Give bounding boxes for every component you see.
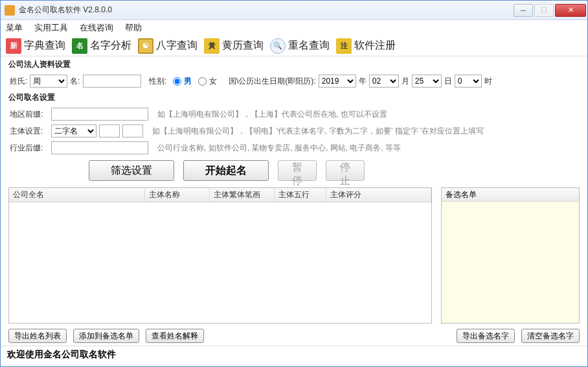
filter-button[interactable]: 筛选设置	[89, 160, 174, 181]
col-wuxing[interactable]: 主体五行	[275, 188, 326, 202]
tool-register[interactable]: 注软件注册	[336, 38, 396, 54]
menu-item[interactable]: 实用工具	[34, 22, 68, 34]
menu-item[interactable]: 帮助	[125, 22, 142, 34]
suffix-label: 行业后缀:	[10, 143, 49, 154]
body-char1-input[interactable]	[99, 124, 120, 137]
register-icon: 注	[336, 38, 352, 54]
app-icon	[5, 5, 15, 16]
givenname-label: 名:	[70, 76, 80, 87]
menu-item[interactable]: 在线咨询	[80, 22, 113, 34]
export-list-button[interactable]: 导出姓名列表	[8, 329, 67, 343]
export-candidates-button[interactable]: 导出备选名字	[457, 329, 515, 343]
app-window: 金名公司取名软件 V2.8.0.0 ─ ☐ ✕ 菜单 实用工具 在线咨询 帮助 …	[0, 0, 588, 367]
prefix-hint: 如【上海明电有限公司】，【上海】代表公司所在地, 也可以不设置	[157, 109, 387, 120]
calendar-icon: 黃	[204, 38, 220, 54]
start-button[interactable]: 开始起名	[183, 160, 269, 181]
prefix-input[interactable]	[51, 108, 148, 121]
male-label: 男	[184, 76, 192, 87]
dictionary-icon: 新	[6, 38, 21, 54]
day-select[interactable]: 25	[412, 75, 442, 88]
gender-female-radio[interactable]	[198, 77, 207, 86]
tool-huangli[interactable]: 黃黄历查询	[204, 38, 264, 54]
stop-button[interactable]: 停止	[326, 160, 365, 181]
col-fullname[interactable]: 公司全名	[9, 188, 145, 202]
tool-name-analysis[interactable]: 名名字分析	[72, 38, 131, 54]
search-icon: 🔍	[270, 38, 286, 54]
body-char2-input[interactable]	[122, 124, 143, 137]
tool-bazi[interactable]: ☯八字查询	[138, 38, 198, 54]
prefix-label: 地区前缀:	[10, 109, 49, 120]
pause-button[interactable]: 暂停	[278, 160, 317, 181]
candidates-list[interactable]	[441, 202, 580, 324]
naming-group-title: 公司取名设置	[8, 92, 580, 103]
suffix-input[interactable]	[51, 141, 148, 154]
month-select[interactable]: 02	[369, 75, 399, 88]
hour-select[interactable]: 0	[455, 75, 482, 88]
gender-label: 性别:	[149, 76, 166, 87]
maximize-button[interactable]: ☐	[534, 4, 554, 17]
body-hint: 如【上海明电有限公司】，【明电】'代表主体名字, 字数为二字，如要' 指定字 '…	[152, 126, 484, 137]
statusbar: 欢迎使用金名公司取名软件	[1, 346, 587, 363]
legal-group-title: 公司法人资料设置	[8, 59, 580, 70]
surname-label: 姓氏:	[10, 76, 27, 87]
gender-male-radio[interactable]	[173, 77, 181, 86]
col-strokes[interactable]: 主体繁体笔画	[210, 188, 275, 202]
add-candidate-button[interactable]: 添加到备选名单	[73, 329, 139, 343]
titlebar: 金名公司取名软件 V2.8.0.0 ─ ☐ ✕	[1, 1, 587, 20]
bagua-icon: ☯	[138, 38, 153, 54]
body-label: 主体设置:	[10, 126, 49, 137]
menubar: 菜单 实用工具 在线咨询 帮助	[1, 20, 587, 36]
tool-dictionary[interactable]: 新字典查询	[6, 38, 65, 54]
tool-repeat-name[interactable]: 🔍重名查询	[270, 38, 330, 54]
menu-item[interactable]: 菜单	[6, 22, 23, 34]
name-icon: 名	[72, 38, 87, 54]
female-label: 女	[209, 76, 217, 87]
birth-label: 国\公历出生日期(即阳历):	[229, 76, 316, 87]
surname-select[interactable]: 周	[30, 75, 67, 88]
window-title: 金名公司取名软件 V2.8.0.0	[19, 5, 514, 16]
givenname-input[interactable]	[83, 75, 141, 88]
clear-candidates-button[interactable]: 清空备选名字	[521, 329, 580, 343]
col-score[interactable]: 主体评分	[326, 188, 431, 202]
view-meaning-button[interactable]: 查看姓名解释	[146, 329, 204, 343]
col-bodyname[interactable]: 主体名称	[145, 188, 210, 202]
suffix-hint: 公司行业名称, 如软件公司, 某物专卖店, 服务中心, 网站, 电子商务, 等等	[157, 143, 401, 154]
year-select[interactable]: 2019	[319, 75, 356, 88]
close-button[interactable]: ✕	[555, 4, 586, 17]
results-table[interactable]: 公司全名 主体名称 主体繁体笔画 主体五行 主体评分	[8, 187, 432, 324]
candidates-title: 备选名单	[441, 187, 580, 202]
toolbar: 新字典查询 名名字分析 ☯八字查询 黃黄历查询 🔍重名查询 注软件注册	[1, 36, 587, 56]
minimize-button[interactable]: ─	[514, 4, 533, 17]
legal-row: 姓氏: 周 名: 性别: 男 女 国\公历出生日期(即阳历): 2019 年 0…	[1, 73, 587, 89]
body-select[interactable]: 二字名	[51, 124, 96, 137]
